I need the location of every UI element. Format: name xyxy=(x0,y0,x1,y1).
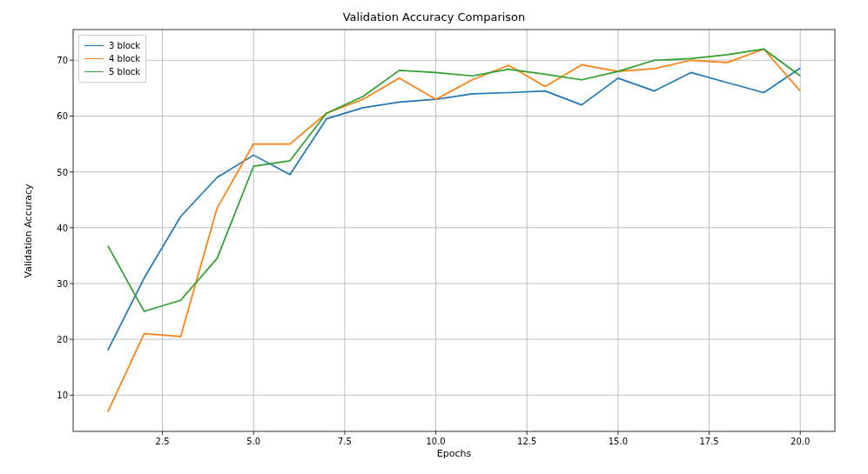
x-tick-label: 7.5 xyxy=(338,437,352,446)
x-tick-label: 15.0 xyxy=(609,437,628,446)
x-tick-label: 2.5 xyxy=(156,437,170,446)
x-axis-label: Epochs xyxy=(73,448,835,459)
chart-title: Validation Accuracy Comparison xyxy=(0,10,868,23)
y-tick-label: 70 xyxy=(50,56,68,65)
legend-swatch-0 xyxy=(84,45,104,46)
x-tick-label: 5.0 xyxy=(246,437,260,446)
legend-label-1: 4 block xyxy=(109,54,140,63)
x-tick-label: 12.5 xyxy=(517,437,536,446)
x-tick-label: 20.0 xyxy=(791,437,810,446)
figure: Validation Accuracy Comparison 2.55.07.5… xyxy=(0,0,868,474)
series-line-2 xyxy=(108,49,800,311)
legend-swatch-1 xyxy=(84,58,104,59)
axes: 2.55.07.510.012.515.017.520.0 1020304050… xyxy=(73,30,835,431)
y-tick-label: 30 xyxy=(50,278,68,288)
y-tick-label: 10 xyxy=(50,391,68,400)
legend-item-1: 4 block xyxy=(84,52,140,65)
x-tick-label: 17.5 xyxy=(699,437,718,446)
legend-label-0: 3 block xyxy=(109,41,140,50)
x-tick-label: 10.0 xyxy=(426,437,445,446)
legend-item-0: 3 block xyxy=(84,39,140,52)
plot-svg xyxy=(73,30,835,431)
y-tick-label: 40 xyxy=(50,223,68,232)
y-tick-label: 60 xyxy=(50,111,68,121)
y-tick-label: 50 xyxy=(50,167,68,177)
legend-item-2: 5 block xyxy=(84,65,140,78)
legend: 3 block 4 block 5 block xyxy=(78,35,146,83)
legend-label-2: 5 block xyxy=(109,67,140,77)
y-tick-label: 20 xyxy=(50,335,68,344)
series-line-1 xyxy=(108,49,800,411)
legend-swatch-2 xyxy=(84,71,104,72)
series-line-0 xyxy=(108,68,800,350)
y-axis-label-wrap: Validation Accuracy xyxy=(19,30,37,431)
y-axis-label: Validation Accuracy xyxy=(23,184,34,277)
